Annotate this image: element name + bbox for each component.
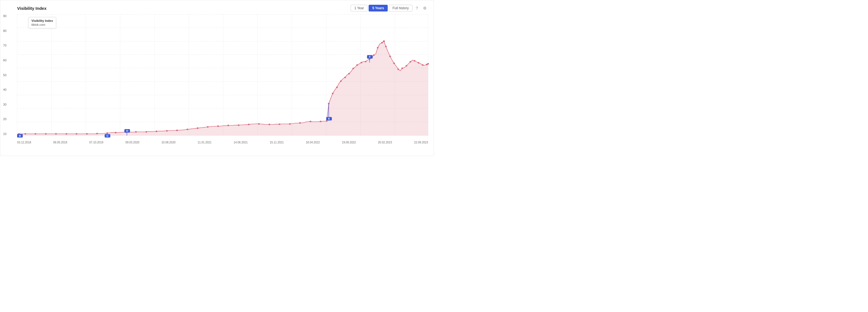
data-point [390, 56, 391, 57]
data-point [55, 133, 57, 134]
data-point [289, 123, 291, 125]
data-point [410, 61, 411, 63]
data-point [269, 124, 270, 125]
y-label-40: 40 [3, 88, 6, 91]
y-label-60: 60 [3, 59, 6, 62]
chart-controls: 1 Year 5 Years Full history ? ⚙ [351, 5, 428, 11]
data-point [426, 64, 428, 65]
y-label-20: 20 [3, 117, 6, 121]
data-point [365, 61, 366, 62]
marker-f-label: F [369, 55, 371, 58]
marker-e-label: E [328, 117, 330, 120]
y-label-50: 50 [3, 73, 6, 77]
y-label-10: 10 [3, 132, 6, 136]
x-label-8: 18.04.2022 [306, 141, 320, 144]
y-label-70: 70 [3, 44, 6, 47]
data-point [340, 80, 342, 82]
x-axis: 03.12.2018 06.05.2019 07.10.2019 09.03.2… [17, 141, 428, 144]
data-point [187, 129, 188, 130]
chart-svg: B C D E F [17, 14, 428, 136]
data-point [217, 126, 219, 127]
data-point [373, 54, 374, 56]
x-label-10: 20.02.2023 [378, 141, 392, 144]
data-point [422, 64, 424, 66]
data-point-peak [383, 40, 385, 42]
chart-area: Visibility Index tiktok.com 90 80 70 60 … [17, 14, 428, 144]
x-label-9: 19.09.2022 [342, 141, 356, 144]
chart-title: Visibility Index [17, 6, 46, 11]
data-point [45, 133, 46, 134]
data-point [401, 68, 403, 69]
data-point [414, 60, 415, 61]
btn-1-year[interactable]: 1 Year [351, 5, 368, 11]
marker-d-label: D [126, 129, 128, 132]
data-point [238, 124, 240, 126]
data-point [156, 131, 157, 132]
data-point [66, 133, 67, 134]
data-point [86, 133, 88, 134]
x-label-11: 22.09.2023 [414, 141, 428, 144]
data-point [146, 131, 147, 133]
help-icon[interactable]: ? [413, 5, 420, 11]
marker-c-label: C [106, 134, 108, 137]
data-point [332, 93, 334, 94]
data-point [356, 64, 358, 66]
btn-full-history[interactable]: Full history [389, 5, 412, 11]
x-label-4: 10.08.2020 [162, 141, 176, 144]
data-point [76, 133, 78, 134]
data-point [96, 133, 98, 134]
data-point [418, 62, 420, 64]
data-point [227, 125, 229, 126]
data-point [377, 47, 378, 48]
y-label-80: 80 [3, 29, 6, 33]
settings-icon[interactable]: ⚙ [422, 5, 428, 11]
btn-5-years[interactable]: 5 Years [369, 5, 388, 11]
data-point [197, 128, 198, 129]
x-label-2: 07.10.2019 [89, 141, 103, 144]
x-label-3: 09.03.2020 [125, 141, 140, 144]
data-point [279, 124, 280, 125]
data-point [34, 133, 36, 134]
data-point [352, 68, 354, 69]
data-point [176, 130, 178, 131]
data-point [336, 86, 338, 88]
x-label-7: 15.11.2021 [270, 141, 284, 144]
marker-b-label: B [19, 134, 21, 137]
data-point [320, 121, 321, 122]
data-point [299, 122, 301, 124]
data-point [310, 121, 311, 122]
data-point [207, 126, 209, 128]
chart-fill [17, 41, 428, 136]
data-point [385, 46, 386, 47]
data-point [427, 63, 429, 64]
data-point [258, 123, 260, 125]
data-point [115, 132, 117, 133]
data-point [398, 69, 399, 70]
y-label-90: 90 [3, 14, 6, 18]
chart-header: Visibility Index 1 Year 5 Years Full his… [17, 5, 428, 11]
data-point [381, 42, 383, 43]
data-point [344, 77, 346, 78]
x-label-0: 03.12.2018 [17, 141, 31, 144]
y-label-30: 30 [3, 103, 6, 106]
data-point [348, 73, 350, 74]
data-point [166, 130, 168, 132]
x-label-6: 14.06.2021 [234, 141, 248, 144]
data-point [24, 133, 26, 134]
chart-container: Visibility Index 1 Year 5 Years Full his… [0, 0, 434, 156]
data-point [406, 65, 407, 66]
data-point [393, 63, 395, 64]
x-label-5: 11.01.2021 [197, 141, 212, 144]
y-axis: 90 80 70 60 50 40 30 20 10 [3, 14, 6, 136]
data-point [135, 131, 136, 133]
data-point [361, 62, 362, 63]
data-point [248, 124, 250, 125]
x-label-1: 06.05.2019 [53, 141, 67, 144]
